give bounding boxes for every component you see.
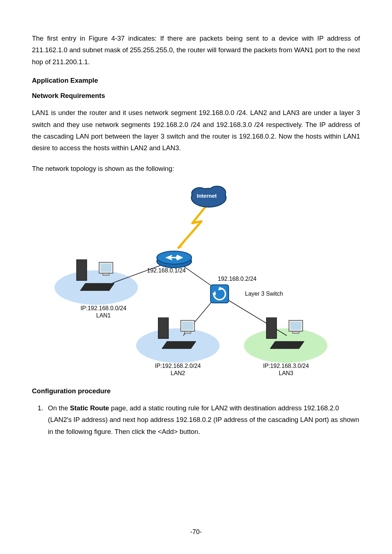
procedure-list: On the Static Route page, add a static r… — [32, 402, 360, 438]
lan1-ip-label: IP:192.168.0.0/24 — [78, 305, 129, 312]
network-topology-diagram: Internet — [54, 183, 338, 379]
svg-rect-17 — [77, 259, 87, 280]
svg-rect-21 — [158, 317, 168, 338]
lan2-ip-label: IP:192.168.2.0/24 — [145, 363, 211, 369]
router-icon — [156, 247, 192, 268]
lan3-ip-label: IP:192.168.3.0/24 — [253, 363, 319, 369]
internet-label: Internet — [197, 193, 217, 199]
svg-rect-15 — [101, 264, 111, 272]
lan2-name-label: LAN2 — [145, 370, 211, 377]
procedure-step-1: On the Static Route page, add a static r… — [45, 402, 360, 438]
page-number: -70- — [0, 528, 392, 536]
pc-lan1-icon — [74, 259, 118, 296]
intro-paragraph: The first entry in Figure 4-37 indicates… — [32, 33, 360, 68]
svg-rect-24 — [293, 331, 299, 333]
router-ip-label: 192.168.0.1/24 — [147, 267, 186, 274]
lan1-name-label: LAN1 — [78, 312, 129, 319]
pc-lan3-icon — [264, 317, 308, 354]
heading-procedure: Configuration procedure — [32, 387, 360, 395]
switch-ip-label: 192.168.0.2/24 — [218, 276, 257, 282]
document-page: The first entry in Figure 4-37 indicates… — [0, 0, 392, 554]
step1-prefix: On the — [48, 404, 70, 412]
lan3-name-label: LAN3 — [253, 370, 319, 377]
requirements-paragraph: LAN1 is under the router and it uses net… — [32, 107, 360, 154]
svg-rect-16 — [103, 273, 109, 275]
svg-rect-23 — [290, 322, 301, 330]
svg-rect-20 — [184, 331, 191, 333]
heading-example: Application Example — [32, 77, 360, 85]
switch-label: Layer 3 Switch — [245, 291, 283, 297]
svg-rect-25 — [266, 317, 277, 338]
pc-lan2-icon — [156, 317, 200, 354]
switch-icon — [209, 283, 230, 305]
svg-rect-19 — [182, 322, 193, 330]
heading-requirements: Network Requirements — [32, 92, 360, 100]
step1-bold: Static Route — [70, 404, 109, 412]
topology-intro: The network topology is shown as the fol… — [32, 163, 360, 175]
